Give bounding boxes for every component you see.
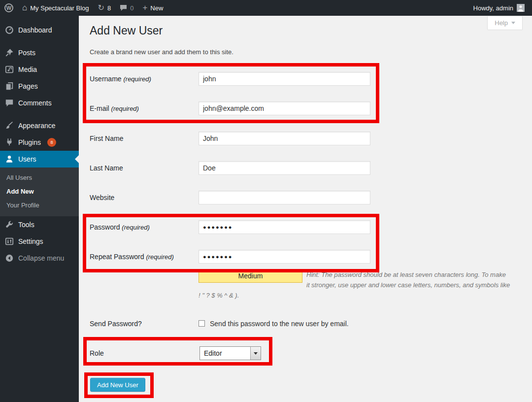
- sidebar-label: Users: [18, 155, 36, 163]
- sidebar-item-pages[interactable]: Pages: [0, 78, 79, 95]
- users-submenu: All Users Add New Your Profile: [0, 168, 79, 216]
- plus-icon: +: [142, 3, 147, 12]
- main-content: Help Add New User Create a brand new use…: [79, 16, 532, 402]
- wordpress-logo-button[interactable]: W: [0, 0, 18, 16]
- submenu-item-your-profile[interactable]: Your Profile: [0, 199, 79, 212]
- sidebar-label: Plugins: [18, 138, 41, 146]
- appearance-icon: [5, 121, 14, 130]
- send-password-checkbox-label: Send this password to the new user by em…: [210, 320, 349, 328]
- sidebar-item-tools[interactable]: Tools: [0, 216, 79, 233]
- password-label: Password (required): [90, 223, 150, 232]
- sidebar-label: Dashboard: [18, 26, 52, 34]
- sidebar-label: Pages: [18, 82, 38, 90]
- howdy-label: Howdy, admin: [473, 4, 513, 12]
- sidebar-item-collapse-menu[interactable]: Collapse menu: [0, 250, 79, 267]
- sidebar-item-media[interactable]: Media: [0, 61, 79, 78]
- submenu-item-all-users[interactable]: All Users: [0, 171, 79, 185]
- admin-bar: W ⌂ My Spectacular Blog ↻ 8 0 + New Howd…: [0, 0, 532, 16]
- sidebar-item-comments[interactable]: Comments: [0, 95, 79, 111]
- sidebar-item-settings[interactable]: Settings: [0, 233, 79, 250]
- password-hint: Medium Hint: The password should be at l…: [199, 269, 511, 301]
- new-label: New: [150, 4, 163, 12]
- sidebar-label: Settings: [18, 237, 43, 245]
- sidebar-label: Comments: [18, 99, 52, 107]
- email-label: E-mail (required): [90, 104, 139, 113]
- sidebar-item-appearance[interactable]: Appearance: [0, 117, 79, 134]
- sidebar-item-dashboard[interactable]: Dashboard: [0, 22, 79, 38]
- username-label: Username (required): [90, 75, 151, 83]
- help-button[interactable]: Help: [487, 16, 523, 30]
- chevron-down-icon: [254, 352, 258, 357]
- username-input[interactable]: [199, 72, 370, 86]
- new-content-menu[interactable]: + New: [138, 0, 167, 16]
- sidebar-label: Appearance: [18, 122, 56, 130]
- sidebar-label: Collapse menu: [18, 254, 64, 262]
- chevron-down-icon: [511, 22, 515, 26]
- account-menu[interactable]: Howdy, admin: [473, 0, 532, 16]
- add-new-user-button[interactable]: Add New User: [90, 378, 145, 392]
- comment-bubble-icon: [120, 4, 127, 11]
- last-name-input[interactable]: [199, 161, 370, 175]
- site-name-menu[interactable]: ⌂ My Spectacular Blog: [18, 0, 94, 16]
- email-input[interactable]: [199, 101, 370, 115]
- media-icon: [5, 65, 14, 74]
- submenu-item-add-new[interactable]: Add New: [0, 185, 79, 199]
- sidebar-item-users[interactable]: Users: [0, 151, 79, 168]
- plugins-icon: [5, 138, 14, 147]
- page-subtitle: Create a brand new user and add them to …: [90, 48, 233, 56]
- sidebar-label: Tools: [18, 221, 34, 229]
- role-selected-value: Editor: [200, 347, 250, 360]
- users-icon: [5, 155, 14, 164]
- plugins-update-badge: 8: [47, 138, 56, 147]
- pages-icon: [5, 82, 14, 91]
- dashboard-icon: [5, 26, 14, 34]
- updates-icon: ↻: [98, 4, 104, 12]
- updates-count: 8: [107, 4, 111, 12]
- sidebar-item-plugins[interactable]: Plugins 8: [0, 134, 79, 151]
- select-dropdown-button[interactable]: [250, 347, 261, 360]
- comments-menu[interactable]: 0: [115, 0, 138, 16]
- avatar: [517, 4, 525, 12]
- website-label: Website: [90, 194, 114, 201]
- home-icon: ⌂: [22, 3, 27, 12]
- help-label: Help: [495, 19, 508, 27]
- admin-sidebar: Dashboard Posts Media Pages Comments: [0, 16, 79, 402]
- comments-count: 0: [130, 4, 133, 12]
- wordpress-logo-icon: W: [4, 3, 13, 12]
- role-select[interactable]: Editor: [200, 346, 261, 360]
- updates-menu[interactable]: ↻ 8: [94, 0, 116, 16]
- password-input[interactable]: [199, 220, 370, 234]
- website-input[interactable]: [199, 191, 370, 204]
- site-name-label: My Spectacular Blog: [30, 4, 89, 12]
- sidebar-label: Media: [18, 66, 37, 73]
- last-name-label: Last Name: [90, 164, 123, 172]
- tools-icon: [5, 220, 14, 229]
- sidebar-item-posts[interactable]: Posts: [0, 44, 79, 61]
- settings-icon: [5, 237, 14, 246]
- password-strength-indicator: Medium: [199, 269, 302, 283]
- role-label: Role: [90, 349, 104, 357]
- repeat-password-label: Repeat Password (required): [90, 253, 174, 261]
- send-password-checkbox[interactable]: [199, 320, 205, 327]
- first-name-label: First Name: [90, 134, 123, 142]
- posts-icon: [5, 48, 14, 57]
- collapse-menu-icon: [5, 254, 14, 263]
- page-title: Add New User: [90, 24, 163, 38]
- repeat-password-input[interactable]: [199, 250, 370, 264]
- first-name-input[interactable]: [199, 132, 370, 145]
- send-password-label: Send Password?: [90, 320, 142, 328]
- sidebar-label: Posts: [18, 49, 35, 57]
- comments-icon: [5, 99, 14, 107]
